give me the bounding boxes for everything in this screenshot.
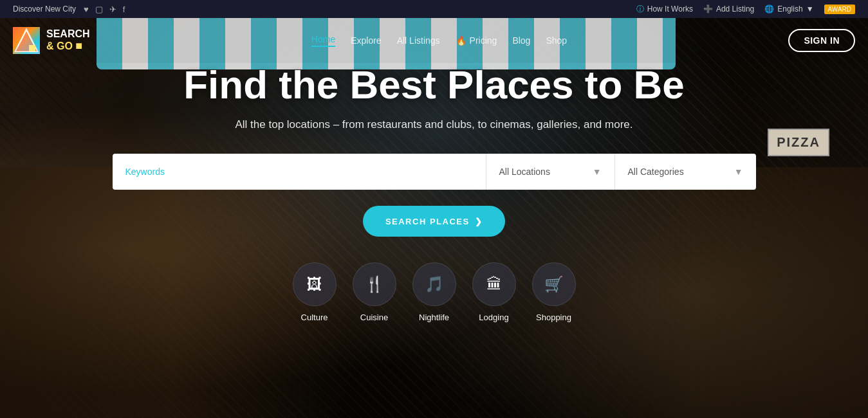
nav-all-listings[interactable]: All Listings xyxy=(397,35,440,46)
logo-icon xyxy=(13,27,40,54)
nightlife-icon: 🎵 xyxy=(425,275,444,293)
language-label: English xyxy=(777,5,802,14)
category-shopping[interactable]: 🛒 Shopping xyxy=(532,262,576,322)
search-bar: All Locations ▼ All Categories ▼ xyxy=(113,154,756,190)
logo-line2: & GO ■ xyxy=(46,40,90,53)
twitter-icon[interactable]: ✈ xyxy=(109,5,116,14)
hero-title: Find the Best Places to Be xyxy=(64,63,804,107)
fire-icon: 🔥 xyxy=(456,35,466,46)
award-badge: AWARD xyxy=(824,5,855,14)
how-it-works-link[interactable]: ⓘ How It Works xyxy=(636,4,693,15)
nav-home[interactable]: Home xyxy=(311,34,335,47)
svg-rect-2 xyxy=(29,45,35,51)
how-it-works-label: How It Works xyxy=(647,5,693,14)
category-lodging[interactable]: 🏛 Lodging xyxy=(472,262,516,322)
svg-marker-1 xyxy=(15,32,37,51)
logo-accent: ■ xyxy=(75,39,82,52)
cuisine-label: Cuisine xyxy=(360,313,388,322)
language-selector[interactable]: 🌐 English ▼ xyxy=(764,5,813,14)
info-icon: ⓘ xyxy=(636,4,644,15)
top-bar: Discover New City ♥ ▢ ✈ f ⓘ How It Works… xyxy=(0,0,868,18)
nav-shop[interactable]: Shop xyxy=(546,35,567,46)
shopping-label: Shopping xyxy=(536,313,571,322)
cuisine-icon: 🍴 xyxy=(365,275,384,293)
location-dropdown[interactable]: All Locations ▼ xyxy=(486,154,614,190)
add-listing-link[interactable]: ➕ Add Listing xyxy=(703,5,754,14)
search-button[interactable]: SEARCH PLACES ❯ xyxy=(363,206,505,237)
category-label: All Categories xyxy=(628,167,684,177)
lodging-icon: 🏛 xyxy=(486,275,502,293)
globe-icon: 🌐 xyxy=(764,5,774,14)
nightlife-icon-circle: 🎵 xyxy=(412,262,456,306)
logo-svg xyxy=(13,27,40,54)
sign-in-button[interactable]: SIGN IN xyxy=(788,29,855,52)
categories-row: 🖼 Culture 🍴 Cuisine 🎵 Nightlife 🏛 xyxy=(64,262,804,322)
category-arrow-icon: ▼ xyxy=(734,167,743,177)
nav-explore[interactable]: Explore xyxy=(351,35,381,46)
logo-line1: SEARCH xyxy=(46,28,90,40)
navbar: SEARCH & GO ■ Home Explore All Listings … xyxy=(0,18,868,63)
lodging-icon-circle: 🏛 xyxy=(472,262,516,306)
shopping-icon-circle: 🛒 xyxy=(532,262,576,306)
location-label: All Locations xyxy=(499,167,550,177)
nightlife-label: Nightlife xyxy=(419,313,449,322)
top-bar-right: ⓘ How It Works ➕ Add Listing 🌐 English ▼… xyxy=(636,4,855,15)
hero-subtitle: All the top locations – from restaurants… xyxy=(64,118,804,131)
logo-area: SEARCH & GO ■ xyxy=(13,27,90,54)
search-btn-wrapper: SEARCH PLACES ❯ xyxy=(64,206,804,237)
search-button-label: SEARCH PLACES xyxy=(385,217,470,226)
shopping-icon: 🛒 xyxy=(544,275,564,293)
add-listing-label: Add Listing xyxy=(716,5,754,14)
lodging-label: Lodging xyxy=(479,313,508,322)
category-dropdown[interactable]: All Categories ▼ xyxy=(614,154,756,190)
plus-icon: ➕ xyxy=(703,5,713,14)
culture-icon-circle: 🖼 xyxy=(293,262,337,306)
vimeo-icon[interactable]: ♥ xyxy=(84,5,89,14)
language-chevron-icon: ▼ xyxy=(806,5,814,14)
category-culture[interactable]: 🖼 Culture xyxy=(293,262,337,322)
facebook-icon[interactable]: f xyxy=(123,5,125,14)
nav-blog[interactable]: Blog xyxy=(512,35,530,46)
location-arrow-icon: ▼ xyxy=(593,167,602,177)
culture-label: Culture xyxy=(301,313,328,322)
social-icons: ♥ ▢ ✈ f xyxy=(84,5,125,14)
top-bar-left: Discover New City ♥ ▢ ✈ f xyxy=(13,5,125,14)
logo-text: SEARCH & GO ■ xyxy=(46,28,90,52)
nav-pricing-label: Pricing xyxy=(470,35,497,46)
category-nightlife[interactable]: 🎵 Nightlife xyxy=(412,262,456,322)
nav-pricing[interactable]: 🔥 Pricing xyxy=(456,35,497,46)
category-cuisine[interactable]: 🍴 Cuisine xyxy=(353,262,396,322)
cuisine-icon-circle: 🍴 xyxy=(353,262,396,306)
nav-links: Home Explore All Listings 🔥 Pricing Blog… xyxy=(311,34,567,47)
hero-content: Find the Best Places to Be All the top l… xyxy=(0,63,868,322)
svg-marker-0 xyxy=(15,30,37,51)
site-name-label: Discover New City xyxy=(13,5,76,14)
search-arrow-icon: ❯ xyxy=(475,217,483,226)
keywords-input[interactable] xyxy=(113,154,486,190)
page-wrapper: PIZZA Discover New City ♥ ▢ ✈ f ⓘ How It… xyxy=(0,0,868,418)
instagram-icon[interactable]: ▢ xyxy=(95,5,103,14)
culture-icon: 🖼 xyxy=(307,275,322,293)
